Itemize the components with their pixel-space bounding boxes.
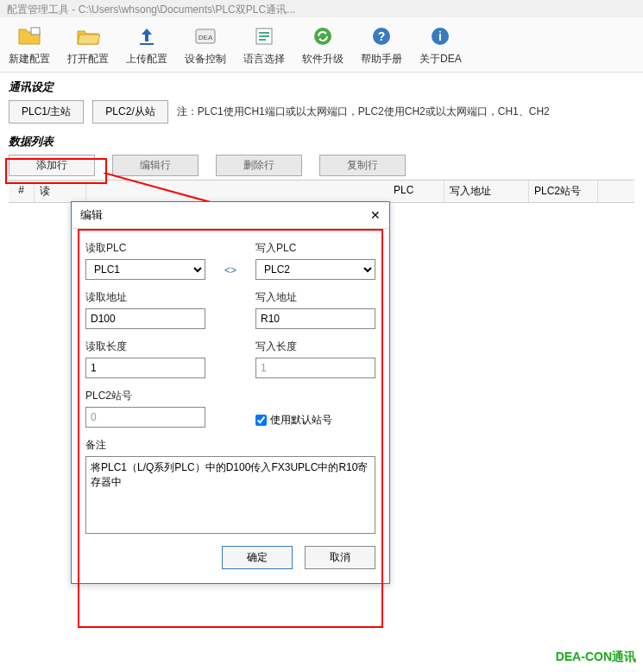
delete-row-button[interactable]: 删除行 [216,155,302,176]
read-len-input[interactable] [85,358,205,378]
read-len-label: 读取长度 [85,339,205,354]
edit-row-button[interactable]: 编辑行 [112,155,199,176]
svg-text:?: ? [378,29,386,43]
folder-open-icon [74,22,102,50]
plc2-station-input [85,407,205,428]
device-icon: DEA [192,22,219,50]
window-titlebar: 配置管理工具 - C:\Users\whsong\Documents\PLC双P… [0,0,643,17]
write-addr-label: 写入地址 [255,290,375,305]
toolbar-upgrade[interactable]: 软件升级 [293,21,352,68]
folder-new-icon [16,22,43,50]
read-plc-select[interactable]: PLC1 [85,259,205,280]
read-plc-label: 读取PLC [85,241,205,256]
svg-rect-1 [140,43,154,45]
col-plc2-station: PLC2站号 [529,181,598,202]
main-toolbar: 新建配置 打开配置 上传配置 DEA 设备控制 语言选择 软件升级 ? 帮助手册… [0,17,643,73]
plc1-master-button[interactable]: PLC1/主站 [9,100,84,124]
edit-dialog: 编辑 ✕ 读取PLC PLC1 <> 写入PLC PLC2 读取地址 写入地址 [71,201,390,584]
plc2-slave-button[interactable]: PLC2/从站 [92,100,167,124]
write-len-input [255,358,375,378]
dialog-title-text: 编辑 [80,207,103,223]
read-addr-label: 读取地址 [85,290,205,305]
table-header: # 读 PLC 写入地址 PLC2站号 [9,180,634,203]
toolbar-open-config[interactable]: 打开配置 [59,21,117,68]
read-addr-input[interactable] [85,308,205,329]
write-plc-select[interactable]: PLC2 [255,259,375,280]
use-default-station-checkbox[interactable] [255,415,267,426]
ok-button[interactable]: 确定 [222,546,293,569]
col-read: 读 [35,181,86,202]
close-icon[interactable]: ✕ [370,208,381,222]
write-addr-input[interactable] [255,308,375,329]
use-default-station-label: 使用默认站号 [270,413,332,428]
toolbar-help[interactable]: ? 帮助手册 [352,21,411,68]
upgrade-icon [309,22,337,50]
write-plc-label: 写入PLC [255,241,375,256]
toolbar-language[interactable]: 语言选择 [235,21,293,68]
comm-settings-section: 通讯设定 PLC1/主站 PLC2/从站 注：PLC1使用CH1端口或以太网端口… [0,73,643,130]
data-list-title: 数据列表 [9,134,634,149]
toolbar-upload-config[interactable]: 上传配置 [117,21,176,68]
copy-row-button[interactable]: 复制行 [319,155,406,176]
help-icon: ? [368,22,395,50]
remark-textarea[interactable] [85,456,375,534]
svg-rect-0 [31,28,40,35]
data-list-section: 数据列表 添加行 编辑行 删除行 复制行 # 读 PLC 写入地址 PLC2站号 [0,130,643,210]
toolbar-about[interactable]: i 关于DEA [411,21,470,68]
svg-point-5 [314,28,331,45]
write-len-label: 写入长度 [255,339,375,354]
col-num: # [9,181,35,202]
col-write-plc: PLC [388,181,444,202]
svg-text:i: i [438,29,442,43]
language-icon [250,22,278,50]
comm-note: 注：PLC1使用CH1端口或以太网端口，PLC2使用CH2或以太网端口，CH1、… [177,105,550,119]
swap-button[interactable]: <> [224,264,236,276]
upload-icon [133,22,161,50]
col-write-addr: 写入地址 [444,181,529,202]
toolbar-new-config[interactable]: 新建配置 [0,21,59,68]
add-row-button[interactable]: 添加行 [9,155,95,176]
footer-brand: DEA-CON通讯 [556,650,636,665]
toolbar-device-control[interactable]: DEA 设备控制 [176,21,235,68]
svg-text:DEA: DEA [199,34,213,41]
about-icon: i [426,22,454,50]
comm-settings-title: 通讯设定 [9,79,634,95]
cancel-button[interactable]: 取消 [305,546,375,569]
plc2-station-label: PLC2站号 [85,389,205,403]
remark-label: 备注 [85,438,375,453]
